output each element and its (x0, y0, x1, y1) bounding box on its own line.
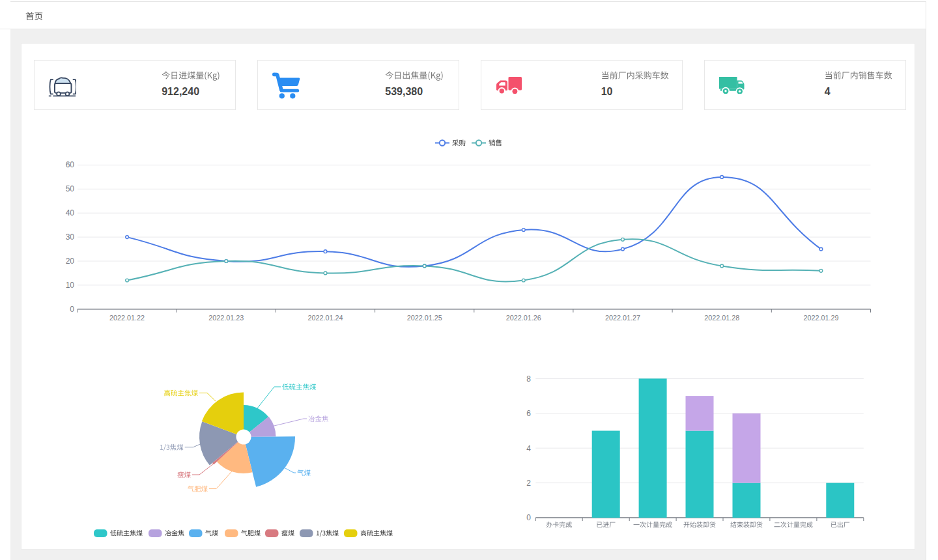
svg-text:60: 60 (66, 160, 75, 169)
svg-text:0: 0 (526, 513, 531, 522)
svg-text:2022.01.28: 2022.01.28 (704, 314, 739, 322)
svg-text:50: 50 (66, 184, 75, 193)
svg-text:20: 20 (66, 257, 75, 266)
svg-text:2022.01.26: 2022.01.26 (506, 314, 541, 322)
svg-text:2022.01.24: 2022.01.24 (307, 314, 343, 322)
svg-text:4: 4 (526, 444, 531, 453)
svg-text:2: 2 (526, 479, 531, 488)
svg-text:912,240: 912,240 (162, 86, 199, 97)
svg-text:0: 0 (70, 305, 74, 314)
svg-text:2022.01.25: 2022.01.25 (407, 314, 442, 322)
svg-text:4: 4 (825, 86, 831, 97)
svg-text:2022.01.23: 2022.01.23 (208, 314, 244, 322)
svg-text:2022.01.29: 2022.01.29 (803, 314, 838, 322)
svg-text:8: 8 (526, 374, 531, 384)
svg-text:6: 6 (526, 409, 531, 418)
svg-text:10: 10 (601, 86, 613, 97)
svg-text:2022.01.27: 2022.01.27 (605, 314, 640, 322)
svg-text:539,380: 539,380 (385, 86, 423, 97)
svg-text:10: 10 (66, 281, 75, 290)
svg-text:2022.01.22: 2022.01.22 (109, 314, 145, 322)
svg-text:40: 40 (66, 208, 75, 217)
svg-text:30: 30 (66, 232, 75, 242)
